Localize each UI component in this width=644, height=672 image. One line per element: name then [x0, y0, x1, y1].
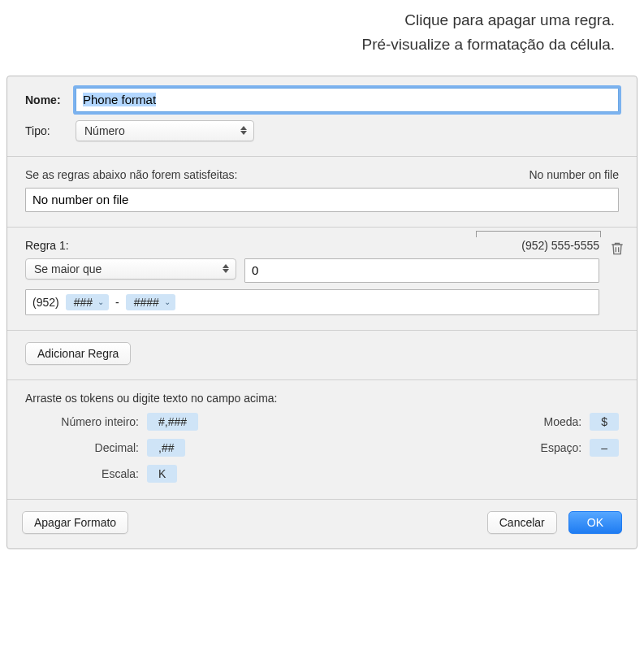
space-label: Espaço:	[541, 441, 582, 454]
callout-preview: Pré-visualize a formatação da célula.	[0, 33, 615, 57]
format-prefix: (952)	[32, 296, 59, 309]
rule-1-section: Regra 1: (952) 555-5555 Se maior que (95…	[7, 228, 637, 331]
rule-1-preview: (952) 555-5555	[521, 239, 599, 252]
cancel-button[interactable]: Cancelar	[487, 511, 557, 534]
integer-label: Número inteiro:	[25, 415, 139, 428]
chevron-down-icon: ⌄	[97, 297, 104, 306]
name-input[interactable]	[76, 88, 619, 112]
ok-button[interactable]: OK	[568, 511, 622, 534]
rule-condition-value: Se maior que	[34, 262, 102, 275]
rule-condition-select[interactable]: Se maior que	[25, 258, 236, 280]
callouts: Clique para apagar uma regra. Pré-visual…	[0, 0, 644, 61]
trash-icon	[609, 241, 625, 257]
scale-token[interactable]: K	[147, 465, 177, 483]
type-label: Tipo:	[25, 124, 76, 137]
name-label: Nome:	[25, 93, 76, 106]
fallback-label: Se as regras abaixo não forem satisfeita…	[25, 168, 237, 181]
delete-format-button[interactable]: Apagar Formato	[22, 511, 128, 534]
format-separator: -	[115, 296, 119, 309]
type-select-value: Número	[84, 124, 125, 137]
format-token-1[interactable]: ### ⌄	[66, 294, 109, 310]
add-rule-section: Adicionar Regra	[7, 331, 637, 380]
rule-1-label: Regra 1:	[25, 239, 69, 252]
header-section: Nome: Tipo: Número	[7, 76, 637, 157]
decimal-token[interactable]: ,##	[147, 439, 185, 457]
chevron-down-icon: ⌄	[164, 297, 171, 306]
decimal-label: Decimal:	[25, 441, 139, 454]
chevron-updown-icon	[219, 262, 232, 276]
fallback-preview: No number on file	[529, 168, 619, 181]
dialog-footer: Apagar Formato Cancelar OK	[7, 500, 637, 548]
fallback-input[interactable]	[25, 188, 619, 212]
preview-bracket-icon	[476, 231, 601, 237]
currency-token[interactable]: $	[590, 413, 619, 431]
currency-label: Moeda:	[544, 415, 582, 428]
callout-delete: Clique para apagar uma regra.	[0, 8, 615, 33]
type-select[interactable]: Número	[76, 120, 254, 141]
format-token-2[interactable]: #### ⌄	[126, 294, 175, 310]
space-token[interactable]: –	[590, 439, 619, 457]
fallback-section: Se as regras abaixo não forem satisfeita…	[7, 157, 637, 228]
custom-format-dialog: Nome: Tipo: Número Se as regras abaixo n…	[6, 76, 638, 549]
rule-format-field[interactable]: (952) ### ⌄ - #### ⌄	[25, 289, 599, 315]
tokens-help-section: Arraste os tokens ou digite texto no cam…	[7, 380, 637, 500]
tokens-help-title: Arraste os tokens ou digite texto no cam…	[25, 392, 619, 405]
chevron-updown-icon	[237, 124, 250, 138]
add-rule-button[interactable]: Adicionar Regra	[25, 342, 131, 365]
rule-compare-input[interactable]	[244, 258, 599, 283]
scale-label: Escala:	[25, 467, 139, 480]
delete-rule-button[interactable]	[609, 241, 625, 257]
integer-token[interactable]: #,###	[147, 413, 198, 431]
